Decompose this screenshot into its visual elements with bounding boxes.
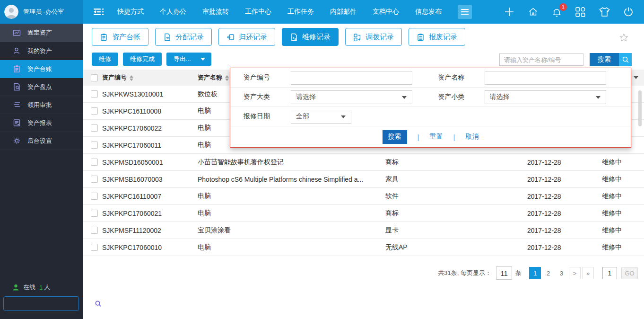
table-row[interactable]: SJKPKPC17060021 电脑 商标 2017-12-28 维修中 [83,205,644,222]
status-badge: 维修中 [602,243,644,252]
sidebar-search-input[interactable] [4,297,95,310]
sidebar-item-asset-ledger[interactable]: 资产台账 [0,60,83,78]
page-button-3[interactable]: 3 [556,267,567,279]
asset-code: SJKPKWS13010001 [102,90,198,98]
row-checkbox[interactable] [91,124,98,132]
search-icon[interactable] [619,53,632,66]
tab-scrap-records[interactable]: 报废记录 [409,28,465,46]
table-row[interactable]: SJKPKPC16110007 电脑 软件 2017-12-28 维修中 [83,188,644,205]
page-button-2[interactable]: 2 [542,267,554,279]
row-checkbox[interactable] [91,176,98,183]
report-icon [13,119,21,127]
pagination: 共31条, 每页显示： 11 条 1 2 3 > » GO [438,266,638,280]
select-all-checkbox[interactable] [91,74,98,81]
sidebar-item-asset-inventory[interactable]: 资产盘点 [0,78,83,96]
search-button[interactable]: 搜索 [590,53,619,66]
chart-icon [13,29,21,37]
tab-transfer-records[interactable]: 调拨记录 [345,28,402,46]
page-size-box[interactable]: 11 [496,266,512,280]
row-checkbox[interactable] [91,142,98,149]
power-icon[interactable] [623,7,634,17]
more-menu-icon[interactable] [458,5,472,19]
sidebar: 固定资产 我的资产 资产台账 资产盘点 领用审批 资产报表 后台设置 在线 [0,24,83,319]
status-badge: 维修中 [602,192,644,201]
add-icon[interactable] [504,6,515,18]
row-checkbox[interactable] [91,107,98,115]
filter-cancel-button[interactable]: 取消 [465,133,479,141]
toolbar-search: 搜索 [499,53,632,66]
go-button[interactable]: GO [621,267,638,279]
tab-allocation-records[interactable]: 分配记录 [155,28,212,46]
filter-row-2: 资产大类 请选择 资产小类 请选择 [230,88,631,107]
home-icon[interactable] [528,7,539,17]
repair-button[interactable]: 维修 [92,53,118,66]
asset-code: SJKPMSD16050001 [102,159,198,166]
search-icon[interactable] [95,300,102,307]
asset-code: SJKPKPC17060021 [102,210,198,217]
tab-repair-records[interactable]: 维修记录 [282,28,339,46]
asset-search-input[interactable] [499,53,583,66]
nav-item-work-center[interactable]: 工作中心 [245,8,271,16]
tab-asset-ledger[interactable]: 资产台帐 [92,28,148,46]
row-checkbox[interactable] [91,159,98,166]
nav-item-document-center[interactable]: 文档中心 [373,8,399,16]
row-checkbox[interactable] [91,90,98,97]
repair-done-button[interactable]: 维修完成 [123,53,162,66]
favorite-star-icon[interactable] [619,33,628,42]
filter-reset-button[interactable]: 重置 [430,133,443,141]
select-value: 请选择 [296,93,316,101]
avatar [4,5,18,19]
nav-item-approval-flow[interactable]: 审批流转 [202,8,229,16]
chevron-down-icon [596,96,600,99]
sidebar-item-backend-settings[interactable]: 后台设置 [0,132,83,150]
theme-shirt-icon[interactable] [599,7,610,17]
column-options-icon[interactable] [634,76,638,79]
status-badge: 维修中 [602,209,644,218]
last-page-button[interactable]: » [582,267,594,279]
next-page-button[interactable]: > [569,267,581,279]
page-jump-input[interactable] [602,267,617,279]
table-scrollbar[interactable] [638,90,642,126]
row-checkbox[interactable] [91,227,98,234]
apps-grid-icon[interactable] [575,7,586,18]
major-category-select[interactable]: 请选择 [291,90,412,104]
sidebar-item-asset-reports[interactable]: 资产报表 [0,114,83,132]
table-row[interactable]: SJKPMSF11120002 宝贝涂涂看 显卡 2017-12-28 维修中 [83,222,644,239]
export-button[interactable]: 导出... [166,53,211,66]
table-row[interactable]: SJKPMSB16070003 Photoshop cS6 Multiple P… [83,171,644,188]
page-button-1[interactable]: 1 [529,267,541,279]
nav-item-work-tasks[interactable]: 工作任务 [287,8,314,16]
row-checkbox[interactable] [91,244,98,251]
sidebar-item-my-assets[interactable]: 我的资产 [0,42,83,60]
nav-item-internal-mail[interactable]: 内部邮件 [330,8,357,16]
sidebar-item-fixed-assets[interactable]: 固定资产 [0,24,83,42]
repair-date: 2017-12-28 [527,227,602,234]
gear-icon [13,137,21,145]
menu-collapse-icon[interactable] [93,7,105,17]
nav-item-info-publish[interactable]: 信息发布 [415,8,442,16]
online-suffix: 人 [44,283,50,292]
minor-category-select[interactable]: 请选择 [485,90,606,104]
sort-icon[interactable] [130,75,133,81]
sort-icon[interactable] [225,75,229,81]
row-checkbox[interactable] [91,210,98,217]
table-row[interactable]: SJKPMSD16050001 小苗苗智能故事机著作权登记 商标 2017-12… [83,154,644,171]
status-badge: 维修中 [602,175,644,184]
nav-item-personal-office[interactable]: 个人办公 [160,8,186,16]
sidebar-item-requisition-approval[interactable]: 领用审批 [0,96,83,114]
filter-name-input[interactable] [485,71,606,85]
filter-label-repair-date: 报修日期 [230,112,291,121]
row-checkbox[interactable] [91,193,98,200]
nav-item-shortcuts[interactable]: 快捷方式 [117,8,144,16]
filter-search-button[interactable]: 搜索 [383,130,407,144]
column-header-code[interactable]: 资产编号 [102,73,198,82]
user-block[interactable]: 管理员 -办公室 [0,0,83,24]
table-row[interactable]: SJKPKPC17060010 电脑 无线AP 2017-12-28 维修中 [83,239,644,256]
doc-search-icon [13,83,21,91]
tab-return-records[interactable]: 归还记录 [218,28,275,46]
filter-code-input[interactable] [291,71,412,85]
repair-date-select[interactable]: 全部 [291,110,351,124]
toolbar: 维修 维修完成 导出... 搜索 [83,49,644,70]
notification-bell-icon[interactable]: 1 [551,7,562,18]
chevron-down-icon [200,58,205,61]
